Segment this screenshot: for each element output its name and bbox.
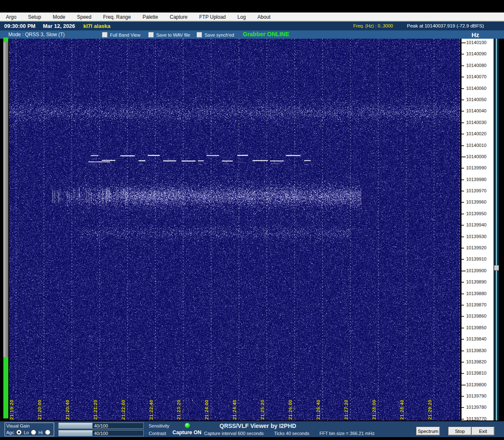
freq-label: 10139990: [466, 165, 487, 170]
fft-bin-label: FFT bin size = 366.21 mHz: [319, 431, 374, 436]
bottom-control-bar: Visual Gain AgcLoHi 40/100 40/100 Sensit…: [0, 421, 504, 437]
visual-gain-option-label: Lo: [24, 430, 29, 435]
freq-label: 10139940: [466, 222, 487, 227]
sensitivity-slider[interactable]: 40/100: [58, 423, 144, 429]
freq-tick-mark: [462, 122, 464, 123]
checkbox-group-0: Full Band View: [102, 32, 140, 37]
freq-tick-mark: [462, 362, 464, 363]
checkbox-full-band-view[interactable]: [102, 32, 107, 37]
visual-gain-title: Visual Gain: [6, 423, 30, 428]
stop-button[interactable]: Stop: [448, 427, 472, 435]
freq-label: 10139970: [466, 188, 487, 193]
scrollbar-center-line: [496, 39, 497, 420]
freq-label: 10140070: [466, 74, 487, 79]
freq-tick-mark: [462, 191, 464, 191]
freq-label: 10139850: [466, 325, 487, 330]
freq-tick-mark: [462, 236, 464, 237]
menu-item-capture[interactable]: Capture: [164, 14, 194, 20]
capture-led-icon: [185, 423, 190, 428]
capture-interval-label: Capture interval 600 seconds: [204, 431, 264, 436]
radio-agc[interactable]: [16, 430, 22, 435]
grabber-status: Grabber ONLINE: [243, 31, 289, 37]
freq-tick-mark: [462, 145, 464, 146]
date-readout: Mar 12, 2026: [43, 23, 75, 29]
menu-item-freq-range[interactable]: Freq. Range: [97, 14, 137, 20]
checkbox-save-synch-ed[interactable]: [197, 32, 202, 37]
freq-label: 10140020: [466, 131, 487, 136]
title-bar: 09:30:00 PM Mar 12, 2026 kl7l alaska Fre…: [0, 22, 504, 30]
waterfall-display[interactable]: [9, 39, 460, 420]
contrast-slider[interactable]: 40/100: [58, 430, 144, 436]
checkbox-label: Full Band View: [110, 32, 140, 37]
mode-bar: Mode : QRSS 3, Slow (T) Grabber ONLINE H…: [0, 30, 504, 39]
peak-readout: Peak at 10140037.919 (-72.9 dBFS): [407, 23, 484, 28]
freq-tick-mark: [462, 385, 466, 385]
exit-button[interactable]: Exit: [472, 427, 494, 435]
freq-label: 10139910: [466, 256, 487, 261]
menu-item-speed[interactable]: Speed: [71, 14, 97, 20]
freq-label: 10139770: [466, 416, 487, 421]
freq-label: 10140030: [466, 120, 487, 125]
checkbox-group-2: Save synch'ed: [197, 32, 234, 37]
scrollbar-thumb[interactable]: [494, 265, 499, 271]
freq-tick-mark: [462, 225, 464, 226]
visual-gain-options: AgcLoHi: [6, 430, 50, 435]
freq-tick-mark: [462, 111, 464, 112]
freq-label: 10139830: [466, 348, 487, 353]
freq-label: 10139820: [466, 359, 487, 364]
checkbox-save-to-wav-file[interactable]: [148, 32, 154, 37]
freq-tick-mark: [462, 77, 464, 77]
freq-label: 10139930: [466, 234, 487, 239]
menu-item-argo[interactable]: Argo: [0, 14, 22, 20]
app-title: QRSS/VLF Viewer by I2PHD: [220, 423, 296, 429]
freq-tick-mark: [462, 54, 464, 55]
freq-tick-mark: [462, 168, 464, 169]
freq-label: 10139800: [466, 382, 487, 387]
menu-item-palette[interactable]: Palette: [137, 14, 164, 20]
freq-tick-mark: [462, 157, 466, 157]
freq-label: 10139950: [466, 211, 487, 216]
radio-hi[interactable]: [45, 430, 50, 435]
sensitivity-label: Sensitivity: [149, 423, 170, 428]
freq-label: 10140090: [466, 51, 487, 56]
freq-label: 10139880: [466, 291, 487, 296]
freq-tick-mark: [462, 179, 464, 180]
spectrum-button[interactable]: Spectrum: [416, 427, 440, 435]
station-callsign: kl7l alaska: [83, 23, 110, 29]
freq-label: 10139980: [466, 177, 487, 182]
freq-label: 10139920: [466, 245, 487, 250]
freq-unit-label: Hz: [472, 31, 479, 38]
freq-tick-mark: [462, 339, 464, 340]
freq-tick-mark: [462, 202, 464, 203]
frequency-offset-scrollbar[interactable]: [494, 39, 499, 420]
menu-item-log[interactable]: Log: [232, 14, 252, 20]
menu-item-ftp-upload[interactable]: FTP Upload: [193, 14, 232, 20]
freq-range-readout: Freq. (Hz) : 0..3000: [353, 23, 393, 28]
freq-label: 10139790: [466, 393, 487, 398]
argo-window: ArgoSetupModeSpeedFreq. RangePaletteCapt…: [0, 0, 504, 440]
menu-item-about[interactable]: About: [252, 14, 276, 20]
freq-label: 10140040: [466, 108, 487, 113]
freq-tick-mark: [462, 259, 464, 260]
freq-tick-mark: [462, 419, 464, 420]
freq-tick-mark: [462, 214, 464, 214]
menu-item-setup[interactable]: Setup: [22, 14, 47, 20]
radio-lo[interactable]: [31, 430, 36, 435]
freq-tick-mark: [462, 134, 464, 134]
capture-progress-strip: [3, 37, 8, 420]
visual-gain-option-label: Hi: [38, 430, 42, 435]
checkbox-label: Save to WAV file: [156, 32, 190, 37]
freq-tick-mark: [462, 248, 464, 249]
contrast-label: Contrast: [149, 431, 166, 436]
freq-tick-mark: [462, 99, 464, 100]
freq-tick-mark: [462, 88, 464, 89]
freq-tick-mark: [462, 42, 466, 43]
contrast-slider-value: 40/100: [59, 430, 143, 436]
menu-item-mode[interactable]: Mode: [47, 14, 71, 20]
freq-tick-mark: [462, 293, 464, 294]
freq-label: 10139810: [466, 370, 487, 375]
clock-readout: 09:30:00 PM: [4, 23, 35, 29]
progress-fill: [3, 357, 8, 418]
freq-label: 10140080: [466, 63, 487, 68]
visual-gain-option-label: Agc: [6, 430, 14, 435]
